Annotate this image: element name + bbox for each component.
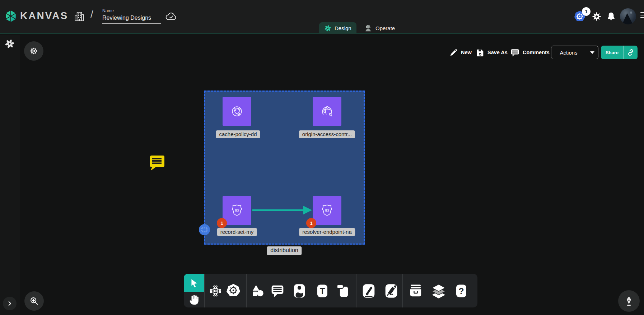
- copy-link-button[interactable]: [624, 46, 638, 59]
- node-origin-access[interactable]: [313, 97, 341, 126]
- overflow-menu-icon[interactable]: [640, 12, 644, 18]
- cloud-saved-icon: [165, 11, 177, 21]
- new-label: New: [461, 50, 472, 55]
- group-selection-handle[interactable]: [199, 224, 210, 235]
- shapes-icon: [250, 283, 265, 298]
- comments-label: Comments: [523, 50, 550, 55]
- layers-icon: [431, 283, 447, 299]
- connection-arrow-line[interactable]: [252, 209, 305, 211]
- node-cache-policy[interactable]: [223, 97, 251, 126]
- pen-mode-button[interactable]: [618, 290, 640, 312]
- tool-architecture[interactable]: [207, 283, 223, 299]
- actions-split-button[interactable]: Actions: [551, 46, 598, 59]
- zoom-in-button[interactable]: [24, 291, 44, 311]
- breadcrumb-separator: /: [90, 9, 93, 20]
- assistant-flower-button[interactable]: [24, 41, 43, 61]
- pen-nib-icon: [624, 296, 634, 306]
- connection-arrow-head: [303, 206, 312, 214]
- help-icon: ?: [454, 283, 469, 298]
- app-window: KANVAS / Name: [0, 0, 644, 315]
- notification-count-badge[interactable]: 1: [582, 7, 591, 16]
- tool-shapes[interactable]: [250, 283, 266, 299]
- bottom-toolbar: T: [184, 274, 477, 307]
- comments-button[interactable]: Comments: [510, 47, 550, 58]
- tool-archive[interactable]: [408, 283, 424, 299]
- tool-help[interactable]: ?: [453, 283, 469, 299]
- archive-drawer-icon: [408, 283, 423, 298]
- svg-text:?: ?: [459, 286, 464, 296]
- cursor-icon: [190, 278, 199, 288]
- group-label-distribution[interactable]: distribution: [267, 246, 302, 255]
- design-name-label: Name: [102, 8, 114, 13]
- dashed-selection-icon: [201, 227, 207, 232]
- frame-note-icon: [335, 283, 350, 298]
- save-as-label: Save As: [487, 50, 508, 55]
- tool-comment[interactable]: [270, 283, 285, 299]
- notifications-bell-icon[interactable]: [606, 11, 616, 21]
- node-label-resolver-endpoint[interactable]: resolver-endpoint-na: [299, 228, 355, 236]
- logo-wordmark: KANVAS: [20, 10, 68, 22]
- route53-record-set-icon: 53: [228, 202, 246, 219]
- image-icon: [292, 283, 307, 298]
- user-avatar[interactable]: [620, 8, 636, 24]
- kanvas-logo-icon[interactable]: [4, 10, 17, 23]
- tool-text[interactable]: T: [314, 283, 330, 299]
- tab-operate[interactable]: Operate: [359, 22, 400, 34]
- tool-kubernetes[interactable]: [225, 283, 241, 299]
- route53-resolver-icon: 53: [318, 202, 336, 219]
- toolbar-divider: [246, 274, 247, 307]
- actions-label: Actions: [551, 46, 586, 59]
- top-header: KANVAS / Name: [0, 0, 644, 34]
- tool-frame[interactable]: [335, 283, 351, 299]
- node-resolver-endpoint[interactable]: 53: [313, 196, 341, 225]
- text-tool-icon: T: [315, 283, 330, 298]
- toolbar-divider: [204, 274, 205, 307]
- circuit-chip-icon: [208, 283, 223, 298]
- share-split-button[interactable]: Share: [601, 46, 638, 59]
- design-spiral-icon: [324, 25, 331, 32]
- organization-icon[interactable]: [74, 11, 85, 22]
- comment-icon: [270, 283, 285, 298]
- comment-marker-icon: [149, 155, 165, 172]
- node-label-record-set[interactable]: record-set-my: [217, 228, 257, 236]
- resolver-issue-badge[interactable]: 1: [306, 218, 316, 228]
- node-record-set[interactable]: 53: [223, 196, 251, 225]
- left-sidebar: [0, 35, 20, 315]
- link-icon: [627, 48, 635, 56]
- cloudfront-origin-access-icon: [318, 103, 336, 120]
- operator-headset-icon: [364, 24, 372, 32]
- record-set-issue-badge[interactable]: 1: [217, 218, 227, 228]
- tool-pen[interactable]: [361, 283, 377, 299]
- svg-text:53: 53: [325, 208, 329, 212]
- svg-text:53: 53: [235, 208, 239, 212]
- canvas-comment-marker[interactable]: [149, 155, 165, 172]
- zoom-in-magnifier-icon: [29, 296, 39, 306]
- expand-sidebar-button[interactable]: [3, 297, 17, 310]
- save-as-button[interactable]: Save As: [476, 47, 508, 58]
- new-button[interactable]: New: [449, 47, 472, 58]
- tool-select[interactable]: [184, 274, 204, 292]
- settings-gear-icon[interactable]: [592, 11, 602, 22]
- chevron-right-icon: [6, 300, 13, 307]
- node-label-cache-policy[interactable]: cache-policy-dd: [216, 130, 260, 138]
- tool-pencil[interactable]: [383, 283, 399, 299]
- toolbar-divider: [356, 274, 356, 307]
- hand-icon: [188, 293, 201, 306]
- distribution-group[interactable]: 53 53 cache-policy-dd origin-access-cont…: [204, 91, 365, 245]
- save-floppy-icon: [476, 48, 484, 57]
- chevron-down-icon: [590, 51, 594, 54]
- tab-operate-label: Operate: [375, 25, 395, 31]
- actions-dropdown-toggle[interactable]: [586, 46, 598, 59]
- node-label-origin-access[interactable]: origin-access-contr...: [299, 130, 355, 138]
- pencil-scribble-icon: [384, 283, 399, 298]
- tab-design-label: Design: [335, 25, 351, 31]
- tab-design[interactable]: Design: [319, 22, 356, 34]
- tool-image[interactable]: [291, 283, 307, 299]
- design-name-input[interactable]: [102, 15, 161, 24]
- tool-pan[interactable]: [187, 292, 202, 307]
- tool-layers[interactable]: [431, 283, 447, 299]
- share-label: Share: [601, 46, 623, 59]
- spiral-pinwheel-icon[interactable]: [5, 39, 15, 49]
- cloudfront-cache-policy-icon: [228, 103, 246, 120]
- comments-bubble-icon: [510, 48, 519, 57]
